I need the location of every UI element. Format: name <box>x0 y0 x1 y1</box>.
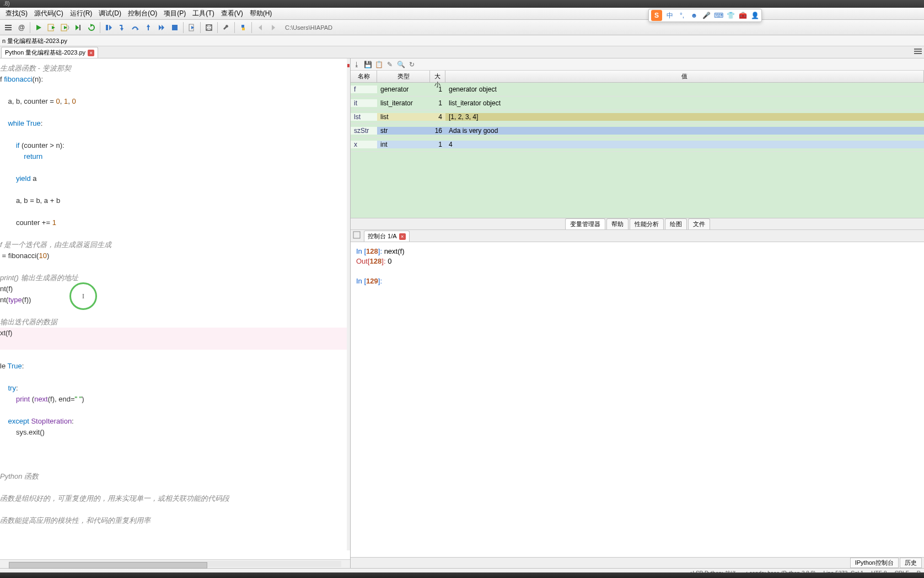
menu-item[interactable]: 帮助(H) <box>246 9 276 18</box>
run-cell-advance-icon[interactable] <box>59 22 71 34</box>
editor-h-scrollbar[interactable] <box>0 559 350 568</box>
console-tab-bar: 控制台 1/A × <box>351 230 924 242</box>
menu-item[interactable]: 项目(P) <box>160 9 189 18</box>
import-icon[interactable]: ⭳ <box>353 61 361 68</box>
file-tab[interactable]: Python 量化编程基础-2023.py × <box>1 47 98 58</box>
ime-smiley-icon[interactable]: ☻ <box>690 11 699 20</box>
col-type[interactable]: 类型 <box>377 71 430 82</box>
pane-tab[interactable]: 文件 <box>688 218 710 229</box>
variable-row[interactable]: szStrstr16Ada is very good <box>351 124 924 138</box>
bottom-tab[interactable]: IPython控制台 <box>850 558 899 568</box>
refresh-icon[interactable]: ↻ <box>408 61 416 68</box>
step-into-icon[interactable] <box>116 22 128 34</box>
var-table-header: 名称 类型 大小 值 <box>351 71 924 83</box>
menu-item[interactable]: 运行(R) <box>67 9 96 18</box>
variable-row[interactable]: itlist_iterator1list_iterator object <box>351 97 924 110</box>
menu-item[interactable]: 查找(S) <box>2 9 31 18</box>
ime-punct-icon[interactable]: °, <box>678 11 686 20</box>
svg-marker-22 <box>259 25 262 30</box>
menu-item[interactable]: 控制台(O) <box>125 9 160 18</box>
menu-item[interactable]: 源代码(C) <box>31 9 67 18</box>
run-selection-icon[interactable] <box>72 22 84 34</box>
editor-pane: 生成器函数 - 斐波那契f fibonacci(n): a, b, counte… <box>0 58 351 568</box>
console-bottom-tabs: IPython控制台历史 <box>351 557 924 568</box>
editor-tab-bar: Python 量化编程基础-2023.py × <box>0 46 924 58</box>
continue-icon[interactable] <box>155 22 168 34</box>
maximize-icon[interactable] <box>203 22 215 34</box>
run-cell-icon[interactable] <box>46 22 58 34</box>
svg-rect-1 <box>5 27 12 28</box>
col-name[interactable]: 名称 <box>351 71 377 82</box>
menu-item[interactable]: 工具(T) <box>189 9 217 18</box>
col-value[interactable]: 值 <box>445 71 924 82</box>
console-options-icon[interactable] <box>353 231 362 240</box>
stop-icon[interactable] <box>169 22 181 34</box>
svg-rect-9 <box>79 25 80 30</box>
svg-marker-16 <box>159 25 162 30</box>
taskbar <box>0 572 924 578</box>
pane-tab[interactable]: 变量管理器 <box>565 218 605 229</box>
variable-row[interactable]: xint14 <box>351 138 924 152</box>
ime-keyboard-icon[interactable]: ⌨ <box>714 11 723 20</box>
ime-user-icon[interactable]: 👤 <box>750 11 759 20</box>
rerun-icon[interactable] <box>85 22 98 34</box>
save-as-icon[interactable]: 📋 <box>375 61 383 68</box>
variable-row[interactable]: lstlist4[1, 2, 3, 4] <box>351 110 924 124</box>
ime-mic-icon[interactable]: 🎤 <box>702 11 711 20</box>
svg-rect-27 <box>353 232 360 238</box>
cursor-indicator: I <box>69 282 97 310</box>
at-icon[interactable]: @ <box>15 22 28 34</box>
col-size[interactable]: 大小 <box>430 71 445 82</box>
close-icon[interactable]: × <box>88 50 94 56</box>
ipython-console[interactable]: In [128]: next(f)Out[128]: 0 In [129]: <box>351 242 924 557</box>
svg-marker-15 <box>147 24 150 27</box>
working-dir-label: C:\Users\HIAPAD <box>285 24 332 31</box>
search-icon[interactable]: 🔍 <box>397 61 405 68</box>
pane-tab[interactable]: 绘图 <box>665 218 687 229</box>
ime-skin-icon[interactable]: 👕 <box>726 11 735 20</box>
close-icon[interactable]: × <box>399 233 406 240</box>
save-icon[interactable]: 💾 <box>364 61 372 68</box>
svg-marker-12 <box>109 25 112 30</box>
console-tab-label: 控制台 1/A <box>368 232 397 240</box>
ime-toolbar[interactable]: S 中 °, ☻ 🎤 ⌨ 👕 🧰 👤 <box>648 9 762 22</box>
svg-marker-10 <box>90 24 93 27</box>
svg-rect-0 <box>5 25 12 26</box>
debug-file-icon[interactable] <box>186 22 198 34</box>
svg-marker-8 <box>76 25 79 30</box>
wrench-icon[interactable] <box>220 22 232 34</box>
svg-rect-25 <box>914 51 922 52</box>
right-pane-tabs: 变量管理器帮助性能分析绘图文件 <box>351 218 924 230</box>
menu-item[interactable]: 查看(V) <box>218 9 246 18</box>
run-icon[interactable] <box>33 22 45 34</box>
svg-rect-2 <box>5 29 12 30</box>
bottom-tab[interactable]: 历史 <box>900 558 922 568</box>
title-bar: .8) <box>0 0 924 8</box>
outline-icon[interactable] <box>2 22 14 34</box>
pencil-icon[interactable]: ✎ <box>386 61 394 68</box>
file-tab-label: Python 量化编程基础-2023.py <box>5 49 85 57</box>
tab-options-icon[interactable] <box>914 48 922 55</box>
svg-marker-13 <box>120 28 123 31</box>
var-explorer-toolbar: ⭳ 💾 📋 ✎ 🔍 ↻ <box>351 58 924 71</box>
svg-rect-18 <box>172 25 178 30</box>
step-over-icon[interactable] <box>129 22 141 34</box>
main-toolbar: @ C:\Users\HIAPAD <box>0 20 924 35</box>
code-editor[interactable]: 生成器函数 - 斐波那契f fibonacci(n): a, b, counte… <box>0 58 350 559</box>
pane-tab[interactable]: 性能分析 <box>630 218 664 229</box>
svg-rect-24 <box>914 49 922 50</box>
back-icon[interactable] <box>254 22 266 34</box>
ime-toolbox-icon[interactable]: 🧰 <box>738 11 747 20</box>
console-tab[interactable]: 控制台 1/A × <box>364 231 410 242</box>
debug-step-icon[interactable] <box>103 22 115 34</box>
svg-rect-26 <box>914 53 922 54</box>
step-out-icon[interactable] <box>142 22 154 34</box>
breadcrumb: n 量化编程基础-2023.py <box>0 35 924 46</box>
forward-icon[interactable] <box>267 22 280 34</box>
pane-tab[interactable]: 帮助 <box>606 218 628 229</box>
ime-logo-icon: S <box>651 10 662 21</box>
menu-item[interactable]: 调试(D) <box>95 9 125 18</box>
python-icon[interactable] <box>237 22 249 34</box>
ime-lang-icon[interactable]: 中 <box>665 11 674 20</box>
menu-bar: 查找(S)源代码(C)运行(R)调试(D)控制台(O)项目(P)工具(T)查看(… <box>0 8 924 20</box>
